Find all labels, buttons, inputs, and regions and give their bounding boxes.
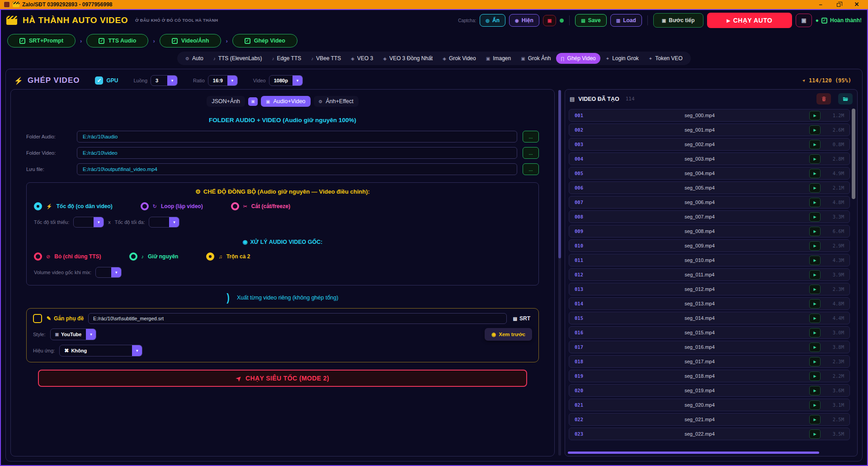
video-row[interactable]: 008 seg_007.mp4 ▶ 3.3M [569, 210, 850, 223]
nav-tab-vbee-tts[interactable]: ♪ VBee TTS [307, 53, 345, 64]
nav-tab-token-veo[interactable]: ✦ Token VEO [644, 53, 687, 64]
next-step-button[interactable]: ▣Bước tiếp [653, 13, 703, 28]
play-button[interactable]: ▶ [809, 429, 821, 439]
workflow-step[interactable]: ✓ Video/Ảnh [160, 34, 222, 48]
play-button[interactable]: ▶ [809, 386, 821, 395]
video-row[interactable]: 016 seg_015.mp4 ▶ 3.0M [569, 326, 850, 339]
radio-icon[interactable] [231, 202, 239, 210]
video-row[interactable]: 007 seg_006.mp4 ▶ 4.8M [569, 196, 850, 209]
srt-button[interactable]: ▤ SRT [511, 315, 532, 322]
nav-tab-veo-3-ng-nh-t[interactable]: ◈ VEO 3 Đồng Nhất [378, 53, 437, 64]
gpu-checkbox[interactable]: ✓ [95, 76, 103, 85]
video-row[interactable]: 004 seg_003.mp4 ▶ 2.8M [569, 152, 850, 165]
play-button[interactable]: ▶ [809, 256, 821, 265]
path-input[interactable] [77, 147, 517, 159]
video-quality-select[interactable]: 1080p ▾ [269, 75, 303, 86]
video-row[interactable]: 001 seg_000.mp4 ▶ 1.2M [569, 109, 850, 122]
video-list-scrollbar-thumb[interactable] [852, 109, 855, 199]
close-button[interactable]: ✕ [849, 0, 864, 9]
video-row[interactable]: 002 seg_001.mp4 ▶ 2.6M [569, 124, 850, 136]
scrollbar-thumb[interactable] [558, 90, 561, 258]
nav-tab-grok-video[interactable]: ◈ Grok Video [438, 53, 481, 64]
browse-button[interactable]: ... [523, 147, 539, 159]
gpu-toggle[interactable]: ✓ GPU [95, 76, 118, 85]
play-button[interactable]: ▶ [809, 169, 821, 178]
radio-icon[interactable] [34, 202, 42, 210]
video-list[interactable]: 001 seg_000.mp4 ▶ 1.2M 002 seg_001.mp4 ▶… [565, 108, 857, 451]
captcha-record-button[interactable]: ▣ [543, 15, 556, 26]
play-button[interactable]: ▶ [809, 299, 821, 309]
video-row[interactable]: 020 seg_019.mp4 ▶ 3.6M [569, 384, 850, 397]
radio-option[interactable]: ↻ Loop (lặp video) [141, 202, 203, 210]
video-row[interactable]: 021 seg_020.mp4 ▶ 3.1M [569, 399, 850, 411]
preview-button[interactable]: ◉ Xem trước [485, 328, 532, 341]
export-note[interactable]: ) Xuất từng video riêng (không ghép tổng… [26, 293, 539, 303]
play-button[interactable]: ▶ [809, 357, 821, 366]
play-button[interactable]: ▶ [809, 328, 821, 338]
video-row[interactable]: 010 seg_009.mp4 ▶ 2.9M [569, 239, 850, 252]
path-input[interactable] [77, 163, 517, 175]
load-button[interactable]: ▥Load [610, 14, 642, 27]
nav-tab-login-grok[interactable]: ✦ Login Grok [601, 53, 643, 64]
delete-all-button[interactable] [816, 93, 831, 105]
play-button[interactable]: ▶ [809, 371, 821, 381]
video-row[interactable]: 003 seg_002.mp4 ▶ 0.8M [569, 138, 850, 151]
restore-button[interactable] [831, 0, 846, 9]
play-button[interactable]: ▶ [809, 212, 821, 222]
max-speed-select[interactable]: ▾ [149, 217, 179, 228]
video-row[interactable]: 022 seg_021.mp4 ▶ 2.5M [569, 413, 850, 426]
radio-icon[interactable] [129, 252, 137, 261]
play-button[interactable]: ▶ [809, 285, 821, 294]
radio-icon[interactable] [141, 202, 149, 210]
run-mode2-button[interactable]: ➤ CHẠY SIÊU TỐC (MODE 2) [38, 370, 527, 387]
subtitle-path-input[interactable] [88, 313, 506, 324]
radio-option[interactable]: ♫ Trộn cả 2 [206, 252, 250, 261]
subtitle-checkbox[interactable] [33, 314, 42, 323]
radio-option[interactable]: ♪ Giữ nguyên [129, 252, 179, 261]
play-button[interactable]: ▶ [809, 140, 821, 149]
play-button[interactable]: ▶ [809, 183, 821, 193]
run-auto-button[interactable]: ▶CHẠY AUTO [707, 13, 793, 28]
video-row[interactable]: 012 seg_011.mp4 ▶ 3.9M [569, 268, 850, 281]
save-button[interactable]: ▤Save [575, 14, 606, 27]
nav-tab-edge-tts[interactable]: ♪ Edge TTS [267, 53, 306, 64]
radio-option[interactable]: ✂ Cắt (cắt/freeze) [231, 202, 290, 210]
video-row[interactable]: 006 seg_005.mp4 ▶ 2.1M [569, 181, 850, 194]
mode-tab[interactable]: ⚙ Ảnh+Effect [314, 96, 359, 107]
video-row[interactable]: 005 seg_004.mp4 ▶ 4.9M [569, 167, 850, 180]
play-button[interactable]: ▶ [809, 198, 821, 207]
mode-tab[interactable]: ▣ Audio+Video [261, 96, 310, 107]
video-row[interactable]: 015 seg_014.mp4 ▶ 4.4M [569, 312, 850, 324]
radio-option[interactable]: ⚡ Tốc độ (co dãn video) [34, 202, 113, 210]
ratio-select[interactable]: 16:9 ▾ [208, 75, 238, 86]
video-row[interactable]: 019 seg_018.mp4 ▶ 2.2M [569, 370, 850, 382]
play-button[interactable]: ▶ [809, 415, 821, 424]
captcha-hide-button[interactable]: ◎Ẩn [480, 14, 505, 27]
video-row[interactable]: 018 seg_017.mp4 ▶ 2.3M [569, 355, 850, 368]
play-button[interactable]: ▶ [809, 342, 821, 352]
nav-tab-imagen[interactable]: ▣ Imagen [481, 53, 515, 64]
browse-button[interactable]: ... [523, 131, 539, 143]
video-row[interactable]: 017 seg_016.mp4 ▶ 3.8M [569, 341, 850, 353]
mode-tab[interactable]: JSON+Ảnh [207, 96, 245, 107]
video-row[interactable]: 011 seg_010.mp4 ▶ 4.3M [569, 254, 850, 266]
effect-select[interactable]: ✖Không ▾ [59, 345, 142, 357]
video-row[interactable]: 023 seg_022.mp4 ▶ 3.5M [569, 428, 850, 440]
min-speed-select[interactable]: ▾ [73, 217, 104, 228]
nav-tab-gh-p-video[interactable]: ∏ Ghép Video [556, 53, 600, 64]
stop-button[interactable]: ▣ [796, 14, 811, 27]
radio-option[interactable]: ⊘ Bỏ (chỉ dùng TTS) [34, 252, 101, 261]
play-button[interactable]: ▶ [809, 400, 821, 410]
play-button[interactable]: ▶ [809, 241, 821, 251]
threads-select[interactable]: 3 ▾ [151, 75, 178, 86]
play-button[interactable]: ▶ [809, 154, 821, 164]
captcha-show-button[interactable]: ◉Hiện [509, 14, 539, 27]
nav-tab-auto[interactable]: ⚙ Auto [181, 53, 208, 64]
play-button[interactable]: ▶ [809, 314, 821, 323]
workflow-step[interactable]: ✓ SRT+Prompt [7, 34, 75, 48]
left-panel-scrollbar[interactable] [558, 90, 561, 456]
nav-tab-tts-elevenlabs-[interactable]: ♪ TTS (ElevenLabs) [209, 53, 267, 64]
style-select[interactable]: ▣YouTube ▾ [50, 328, 97, 340]
radio-icon[interactable] [206, 252, 214, 261]
open-folder-button[interactable] [838, 93, 853, 105]
